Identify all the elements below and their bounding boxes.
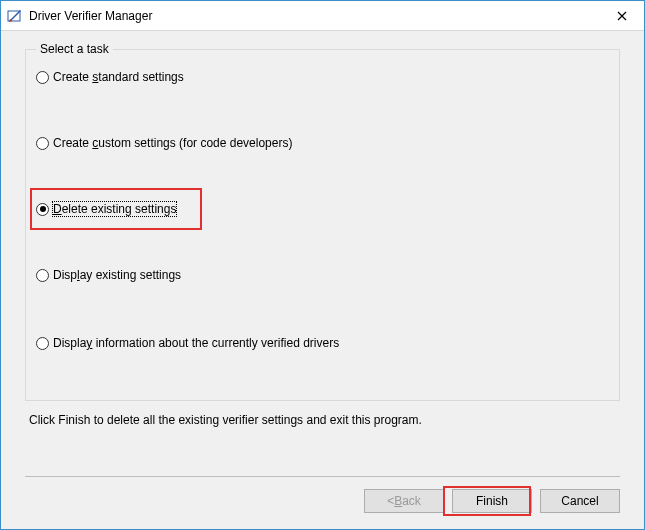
- text: Disp: [53, 268, 77, 282]
- radio-icon: [36, 203, 49, 216]
- groupbox-legend: Select a task: [36, 42, 113, 56]
- option-label: Display information about the currently …: [53, 336, 339, 350]
- window-root: Driver Verifier Manager Select a task Cr…: [0, 0, 645, 530]
- instruction-text: Click Finish to delete all the existing …: [29, 413, 620, 427]
- window-title: Driver Verifier Manager: [29, 9, 599, 23]
- app-icon: [7, 8, 23, 24]
- option-display-info[interactable]: Display information about the currently …: [36, 336, 339, 350]
- separator: [25, 476, 620, 477]
- button-row: < Back Finish Cancel: [25, 489, 620, 513]
- text: <: [387, 494, 394, 508]
- option-label: Display existing settings: [53, 268, 181, 282]
- close-button[interactable]: [599, 1, 644, 30]
- footer: < Back Finish Cancel: [1, 476, 644, 529]
- text: ack: [402, 494, 421, 508]
- content-area: Select a task Create standard settings C…: [1, 31, 644, 476]
- option-label: Delete existing settings: [53, 202, 176, 216]
- radio-icon: [36, 71, 49, 84]
- text: Create: [53, 136, 92, 150]
- finish-button[interactable]: Finish: [452, 489, 532, 513]
- task-groupbox: Select a task Create standard settings C…: [25, 49, 620, 401]
- radio-icon: [36, 269, 49, 282]
- radio-icon: [36, 337, 49, 350]
- radio-icon: [36, 137, 49, 150]
- cancel-button[interactable]: Cancel: [540, 489, 620, 513]
- text: ay existing settings: [80, 268, 181, 282]
- text: Create: [53, 70, 92, 84]
- text: Displa: [53, 336, 86, 350]
- option-label: Create custom settings (for code develop…: [53, 136, 292, 150]
- option-create-custom[interactable]: Create custom settings (for code develop…: [36, 136, 292, 150]
- text: information about the currently verified…: [92, 336, 339, 350]
- text: tandard settings: [98, 70, 183, 84]
- accelerator: B: [394, 494, 402, 508]
- option-create-standard[interactable]: Create standard settings: [36, 70, 184, 84]
- option-delete-existing[interactable]: Delete existing settings: [36, 202, 176, 216]
- titlebar: Driver Verifier Manager: [1, 1, 644, 31]
- accelerator: D: [53, 202, 62, 216]
- option-display-existing[interactable]: Display existing settings: [36, 268, 181, 282]
- text: elete existing settings: [62, 202, 177, 216]
- option-label: Create standard settings: [53, 70, 184, 84]
- text: Finish: [476, 494, 508, 508]
- text: ustom settings (for code developers): [98, 136, 292, 150]
- text: Cancel: [561, 494, 598, 508]
- back-button: < Back: [364, 489, 444, 513]
